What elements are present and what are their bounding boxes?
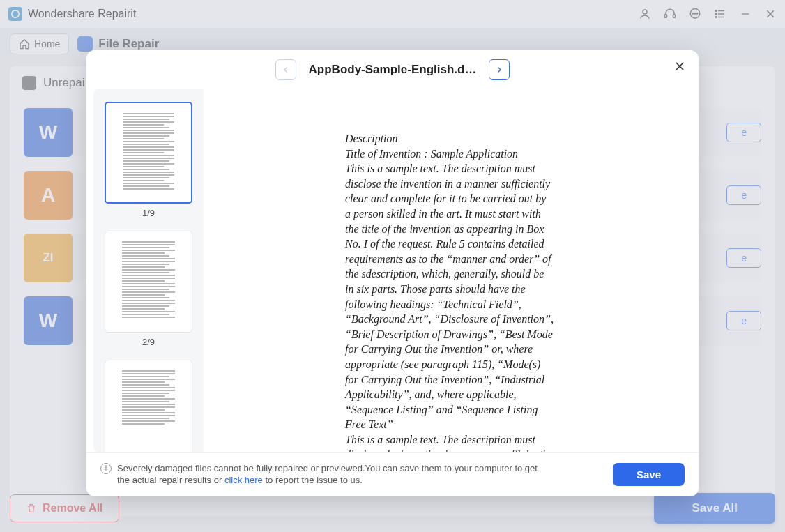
modal-filename: AppBody-Sample-English.d… [309,63,477,77]
modal-backdrop: AppBody-Sample-English.d… 1/9 2/9 Descri… [0,0,785,532]
report-link[interactable]: click here [224,475,263,485]
modal-body: 1/9 2/9 Description Title of Invention :… [86,89,699,452]
next-file-button[interactable] [489,59,510,80]
preview-modal: AppBody-Sample-English.d… 1/9 2/9 Descri… [86,50,699,496]
warning-text: Severely damaged files cannot be fully r… [117,462,547,487]
modal-footer: i Severely damaged files cannot be fully… [86,452,699,496]
thumbnail-column[interactable]: 1/9 2/9 [93,89,204,452]
document-preview[interactable]: Description Title of Invention : Sample … [204,89,696,452]
page-thumbnail[interactable] [105,360,192,452]
warning-post: to report the issue to us. [263,475,363,485]
thumbnail-label: 1/9 [100,208,197,218]
info-icon: i [100,463,112,474]
modal-close-button[interactable] [671,57,689,79]
footer-warning: i Severely damaged files cannot be fully… [100,462,547,487]
close-icon [673,60,686,73]
doc-line: Description [345,131,554,146]
modal-save-button[interactable]: Save [613,463,685,486]
document-text: Description Title of Invention : Sample … [345,131,554,452]
doc-line: This is a sample text. The description m… [345,432,554,452]
doc-line: This is a sample text. The description m… [345,161,554,432]
modal-header: AppBody-Sample-English.d… [86,50,699,89]
chevron-right-icon [495,66,503,74]
thumbnail-label: 2/9 [100,337,197,347]
prev-file-button[interactable] [275,59,296,80]
page-thumbnail[interactable] [105,231,192,333]
doc-line: Title of Invention : Sample Application [345,146,554,162]
chevron-left-icon [282,66,290,74]
page-thumbnail[interactable] [105,102,192,204]
